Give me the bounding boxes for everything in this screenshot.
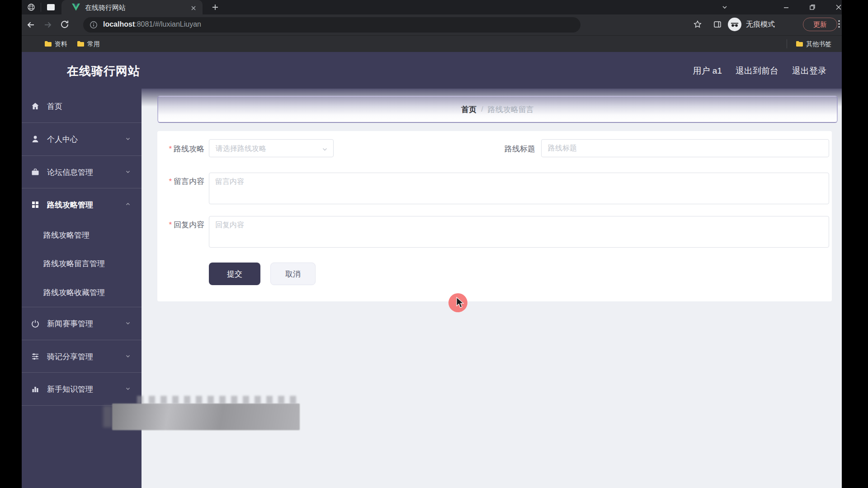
sidebar-item-riding-share[interactable]: 骑记分享管理 bbox=[22, 340, 142, 373]
required-mark: * bbox=[169, 177, 172, 186]
update-button[interactable]: 更新 bbox=[803, 18, 837, 31]
header-user[interactable]: 用户 a1 bbox=[693, 65, 722, 77]
tab-search-icon[interactable] bbox=[722, 4, 728, 12]
other-bookmarks-label: 其他书签 bbox=[806, 40, 831, 48]
vue-favicon-icon bbox=[71, 3, 80, 13]
mouse-cursor-icon bbox=[454, 296, 466, 312]
folder-icon bbox=[77, 41, 84, 48]
pinned-tab-divider bbox=[41, 3, 41, 12]
required-mark: * bbox=[169, 221, 172, 229]
address-bar[interactable]: localhost:8081/#/luxianLiuyan bbox=[83, 17, 580, 33]
reload-icon[interactable] bbox=[60, 19, 70, 31]
grid-icon bbox=[31, 200, 40, 209]
tab-close-icon[interactable] bbox=[191, 5, 196, 13]
cancel-button[interactable]: 取消 bbox=[270, 263, 316, 285]
submit-button[interactable]: 提交 bbox=[209, 263, 260, 285]
route-title-label: 路线标题 bbox=[493, 144, 535, 154]
chevron-down-icon bbox=[125, 352, 131, 361]
sidebar-subitem-route-favorite-mgmt[interactable]: 路线攻略收藏管理 bbox=[22, 278, 142, 307]
browser-window: 在线骑行网站 localhost:8081/#/luxianLiuyan 无痕模… bbox=[22, 0, 842, 488]
app-header: 在线骑行网站 用户 a1 退出到前台 退出登录 bbox=[22, 52, 842, 89]
briefcase-icon bbox=[31, 168, 40, 177]
sidebar-item-forum[interactable]: 论坛信息管理 bbox=[22, 156, 142, 188]
reply-content-label: *回复内容 bbox=[157, 220, 204, 230]
new-tab-icon[interactable] bbox=[212, 4, 219, 13]
chevron-down-icon bbox=[125, 319, 131, 328]
required-mark: * bbox=[169, 145, 172, 153]
sidebar-subitem-route-message-mgmt[interactable]: 路线攻略留言管理 bbox=[22, 249, 142, 278]
browser-menu-icon[interactable] bbox=[838, 20, 840, 30]
user-icon bbox=[31, 135, 40, 144]
home-icon bbox=[31, 102, 40, 111]
other-bookmarks[interactable]: 其他书签 bbox=[796, 40, 831, 48]
reply-content-textarea[interactable] bbox=[209, 216, 829, 248]
folder-icon bbox=[796, 41, 803, 48]
chevron-down-icon bbox=[125, 168, 131, 177]
bookmark-star-icon[interactable] bbox=[693, 20, 702, 31]
url-text: localhost:8081/#/luxianLiuyan bbox=[103, 20, 201, 28]
incognito-label: 无痕模式 bbox=[746, 20, 775, 29]
logout-link[interactable]: 退出登录 bbox=[792, 65, 826, 77]
sidebar-item-news[interactable]: 新闻赛事管理 bbox=[22, 307, 142, 340]
forward-icon[interactable] bbox=[42, 19, 53, 32]
select-placeholder: 请选择路线攻略 bbox=[216, 144, 266, 154]
route-guide-select[interactable]: 请选择路线攻略 bbox=[209, 139, 334, 157]
blurred-watermark-bar bbox=[112, 404, 300, 430]
web-page: 在线骑行网站 用户 a1 退出到前台 退出登录 首页 个人中心 论坛信息管理 bbox=[22, 52, 842, 488]
tab-title: 在线骑行网站 bbox=[85, 4, 126, 12]
route-title-input[interactable] bbox=[541, 139, 829, 157]
bar-chart-icon bbox=[31, 385, 40, 394]
bookmarks-divider bbox=[787, 39, 787, 48]
message-content-textarea[interactable] bbox=[209, 173, 829, 204]
url-path: :8081/#/luxianLiuyan bbox=[135, 20, 201, 28]
route-guide-label: *路线攻略 bbox=[157, 144, 204, 154]
power-icon bbox=[31, 319, 40, 328]
sidebar-item-profile[interactable]: 个人中心 bbox=[22, 123, 142, 156]
breadcrumb-home[interactable]: 首页 bbox=[461, 104, 476, 115]
browser-toolbar: localhost:8081/#/luxianLiuyan 无痕模式 更新 bbox=[22, 14, 842, 35]
sidebar-item-route-mgmt[interactable]: 路线攻略管理 bbox=[22, 188, 142, 221]
window-close-icon[interactable] bbox=[835, 4, 842, 12]
sidebar-item-home[interactable]: 首页 bbox=[22, 90, 142, 123]
exit-to-front-link[interactable]: 退出到前台 bbox=[736, 65, 778, 77]
pinned-tab-icon[interactable] bbox=[47, 4, 55, 10]
bookmark-folder-label: 常用 bbox=[87, 40, 100, 48]
app-title: 在线骑行网站 bbox=[67, 63, 140, 79]
blurred-watermark-glyph bbox=[103, 406, 112, 427]
window-minimize-icon[interactable] bbox=[783, 4, 789, 12]
breadcrumb-separator: / bbox=[481, 105, 483, 114]
bookmark-folder-label: 资料 bbox=[55, 40, 67, 48]
chevron-up-icon bbox=[125, 200, 131, 209]
breadcrumb: 首页 / 路线攻略留言 bbox=[157, 96, 838, 123]
back-icon[interactable] bbox=[25, 19, 36, 32]
form-card: *路线攻略 请选择路线攻略 路线标题 *留言内容 *回复内容 提交 取消 bbox=[157, 131, 832, 301]
blurred-watermark-text bbox=[137, 396, 298, 404]
bookmark-folder-cy[interactable]: 常用 bbox=[77, 40, 100, 48]
bookmark-folder-zl[interactable]: 资料 bbox=[44, 40, 67, 48]
window-restore-icon[interactable] bbox=[809, 4, 816, 12]
bookmarks-bar: 资料 常用 其他书签 bbox=[22, 35, 842, 52]
sidebar-subitem-route-mgmt[interactable]: 路线攻略管理 bbox=[22, 221, 142, 249]
browser-tab[interactable]: 在线骑行网站 bbox=[61, 0, 203, 14]
chevron-down-icon bbox=[125, 385, 131, 394]
sliders-icon bbox=[31, 352, 40, 361]
message-content-label: *留言内容 bbox=[157, 176, 204, 187]
incognito-icon bbox=[728, 18, 741, 31]
breadcrumb-current: 路线攻略留言 bbox=[488, 104, 534, 115]
site-info-icon[interactable] bbox=[90, 21, 98, 31]
tab-strip: 在线骑行网站 bbox=[22, 0, 842, 14]
chevron-down-icon bbox=[125, 135, 131, 144]
globe-icon[interactable] bbox=[27, 3, 35, 13]
folder-icon bbox=[44, 41, 52, 48]
chevron-down-icon bbox=[322, 146, 328, 154]
sidebar-item-beginner-knowledge[interactable]: 新手知识管理 bbox=[22, 373, 142, 406]
url-host: localhost bbox=[103, 20, 135, 28]
side-panel-icon[interactable] bbox=[713, 20, 722, 30]
header-actions: 用户 a1 退出到前台 退出登录 bbox=[693, 65, 826, 77]
